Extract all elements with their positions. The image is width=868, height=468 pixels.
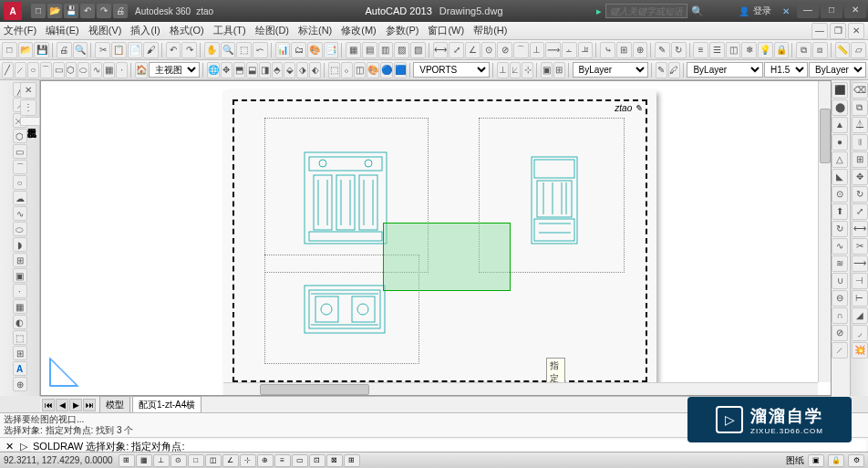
menu-tools[interactable]: 工具(T) [213,24,246,37]
dim-continue-icon[interactable]: ⫡ [578,42,594,58]
3d-orbit-icon[interactable]: 🌐 [207,62,220,78]
vs-wire-icon[interactable]: ⬦ [341,62,353,78]
exchange-icon[interactable]: ✕ [782,6,790,16]
fillet-icon[interactable]: ◞ [852,325,868,341]
search-input[interactable] [605,4,687,18]
drawing-area[interactable]: ztao ✎ [40,80,832,396]
menu-modify[interactable]: 修改(M) [341,24,377,37]
status-max-icon[interactable]: ▣ [808,454,824,467]
sheet-set-icon[interactable]: 📑 [324,42,339,58]
vertical-scrollbar[interactable] [818,81,831,382]
3dosnap-icon[interactable]: ◫ [205,454,222,467]
join-icon[interactable]: ⊢ [852,290,868,307]
open-icon[interactable]: 📂 [47,4,62,18]
sweep-icon[interactable]: ∿ [832,238,848,255]
mtext-icon[interactable]: A [13,361,27,376]
ucs-icon[interactable]: ⊥ [497,62,509,78]
horizontal-scrollbar[interactable] [223,382,818,395]
view-combo[interactable]: 主视图 [149,62,200,78]
undo-btn-icon[interactable]: ↶ [166,42,181,58]
tb-icon[interactable]: ▧ [410,42,426,58]
revolve-icon[interactable]: ↻ [832,221,848,237]
polygon-tool-icon[interactable]: ⬡ [13,129,27,143]
insert-icon[interactable]: ⊞ [553,62,565,78]
menu-draw[interactable]: 绘图(D) [255,24,289,37]
tab-last-icon[interactable]: ⏭ [83,399,96,411]
tb-icon[interactable]: ▤ [362,42,377,58]
wedge-icon[interactable]: ◣ [832,169,848,185]
doc-minimize-icon[interactable]: — [811,23,828,39]
measure-icon[interactable]: 📏 [835,42,851,58]
extrude-icon[interactable]: ⬆ [832,203,848,220]
intersect-icon[interactable]: ∩ [832,307,848,324]
redo-icon[interactable]: ↷ [97,4,111,18]
explode-icon[interactable]: 💥 [852,342,868,359]
leader-icon[interactable]: ⤷ [600,42,615,58]
polygon-icon[interactable]: ⬡ [66,62,78,78]
chamfer-icon[interactable]: ◢ [852,307,868,324]
grid-icon[interactable]: ▦ [136,454,152,467]
hatch-icon[interactable]: ▦ [103,62,115,78]
mod2-icon[interactable]: 🖊 [668,62,680,78]
vs-realistic-icon[interactable]: 🎨 [367,62,379,78]
dim-angular-icon[interactable]: ∠ [465,42,480,58]
dyn-icon[interactable]: ⊕ [257,454,274,467]
close-palette-icon[interactable]: ✕ [20,82,36,99]
tab-layout1[interactable]: 配页1-zt-A4横 [132,396,202,413]
tab-model[interactable]: 模型 [99,396,130,413]
maximize-icon[interactable]: □ [821,4,842,18]
union-icon[interactable]: ∪ [832,273,848,289]
tb-icon[interactable]: ▦ [346,42,361,58]
dim-update-icon[interactable]: ↻ [671,42,687,58]
3d-pan-icon[interactable]: ✥ [221,62,232,78]
sc-icon[interactable]: ⊠ [326,454,343,467]
palette-grip-icon[interactable]: ⋮ [20,99,36,116]
array-icon[interactable]: ⊞ [852,151,868,168]
arc-tool-icon[interactable]: ⌒ [13,160,27,174]
tolerance-icon[interactable]: ⊞ [616,42,632,58]
zoom-icon[interactable]: 🔍 [221,42,236,58]
menu-dimension[interactable]: 标注(N) [298,24,332,37]
add-selected-icon[interactable]: ⊕ [13,377,27,391]
open-file-icon[interactable]: 📂 [18,42,34,58]
mirror-icon[interactable]: ⏃ [852,117,868,133]
layer-combo[interactable]: ByLayer [573,62,649,78]
layer-iso-icon[interactable]: ◫ [726,42,741,58]
menu-help[interactable]: 帮助(H) [473,24,507,37]
hatch-tool-icon[interactable]: ▦ [13,299,27,314]
tpy-icon[interactable]: ▭ [292,454,308,467]
doc-close-icon[interactable]: ✕ [848,23,864,39]
status-tool-icon[interactable]: ⚙ [848,454,864,467]
view-iso2-icon[interactable]: ⬙ [284,62,295,78]
loft-icon[interactable]: ≋ [832,255,848,272]
minimize-icon[interactable]: — [797,4,819,18]
area-icon[interactable]: ▱ [851,42,866,58]
box-icon[interactable]: ⬛ [832,82,848,99]
redo-btn-icon[interactable]: ↷ [181,42,197,58]
search-icon[interactable]: 🔍 [691,5,704,17]
polyline-icon[interactable]: ⟋ [15,62,26,78]
menu-insert[interactable]: 插入(I) [130,24,160,37]
status-lock-icon[interactable]: 🔒 [828,454,844,467]
layer-lock-icon[interactable]: 🔒 [774,42,790,58]
break-icon[interactable]: ⊣ [852,273,868,289]
block-icon[interactable]: ▣ [541,62,553,78]
dim-aligned-icon[interactable]: ⤢ [449,42,464,58]
layer2-combo[interactable]: ByLayer [687,62,763,78]
point-icon[interactable]: · [116,62,128,78]
revcloud-icon[interactable]: ☁ [13,191,27,205]
dim-diameter-icon[interactable]: ⊘ [497,42,512,58]
layer-off-icon[interactable]: 💡 [758,42,773,58]
dim-linear-icon[interactable]: ⟷ [433,42,449,58]
h-combo[interactable]: H1.5 [764,62,808,78]
vs-hidden-icon[interactable]: ◫ [354,62,366,78]
close-icon[interactable]: ✕ [844,4,866,18]
plot-icon[interactable]: 🖨 [57,42,72,58]
view-iso3-icon[interactable]: ⬗ [296,62,308,78]
vs-shaded-icon[interactable]: 🔵 [380,62,393,78]
menu-edit[interactable]: 编辑(E) [46,24,79,37]
save-icon[interactable]: 💾 [64,4,78,18]
paste-icon[interactable]: 📄 [128,42,143,58]
offset-icon[interactable]: ⫴ [852,134,868,151]
center-icon[interactable]: ⊕ [633,42,648,58]
